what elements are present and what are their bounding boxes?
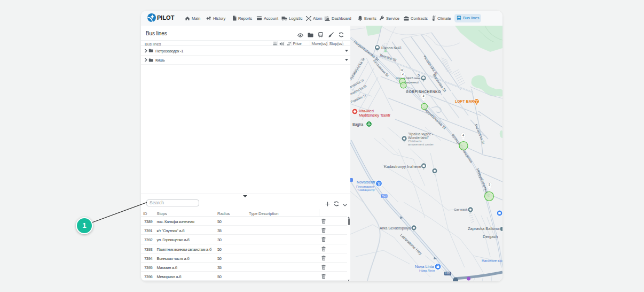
svg-text:2: 2 [402,72,404,75]
svg-text:LOFT BAR: LOFT BAR [455,99,474,103]
svg-text:4: 4 [462,134,464,137]
svg-text:Гіпермаркет: Гіпермаркет [356,185,374,188]
svg-text:Нова Лінія: Нова Лінія [419,269,435,272]
svg-text:Bagira: Bagira [352,122,363,127]
svg-text:Бакуненої: Бакуненої [404,81,419,84]
svg-text:Novatsentr: Novatsentr [357,180,375,185]
svg-text:3: 3 [422,94,424,97]
svg-text:Zapravka Ballonov: Zapravka Ballonov [468,226,501,231]
svg-text:Dergach: Dergach [483,234,498,239]
svg-text:amusement center: amusement center [408,143,434,146]
svg-text:Школа №41: Школа №41 [381,46,402,50]
svg-text:5: 5 [489,183,490,186]
svg-text:"Новацентр": "Новацентр" [357,188,376,191]
svg-text:Hardware store: Hardware store [482,259,502,263]
svg-text:Car wash: Car wash [454,208,468,211]
svg-text:GORPISHCHENKO: GORPISHCHENKO [406,90,441,94]
svg-text:Vita-Med: Vita-Med [359,109,374,113]
svg-text:Arka Sevastopolya: Arka Sevastopolya [380,226,411,230]
svg-text:12: 12 [400,68,404,72]
svg-text:H19: H19 [382,194,387,197]
svg-text:H06: H06 [445,272,450,275]
svg-text:5: 5 [418,73,420,78]
svg-text:Meditsinskiy Tsentr: Meditsinskiy Tsentr [359,113,391,118]
svg-text:Kadastrovyy Inzhener: Kadastrovyy Inzhener [384,164,423,169]
svg-text:Nova Linia: Nova Linia [415,264,434,269]
